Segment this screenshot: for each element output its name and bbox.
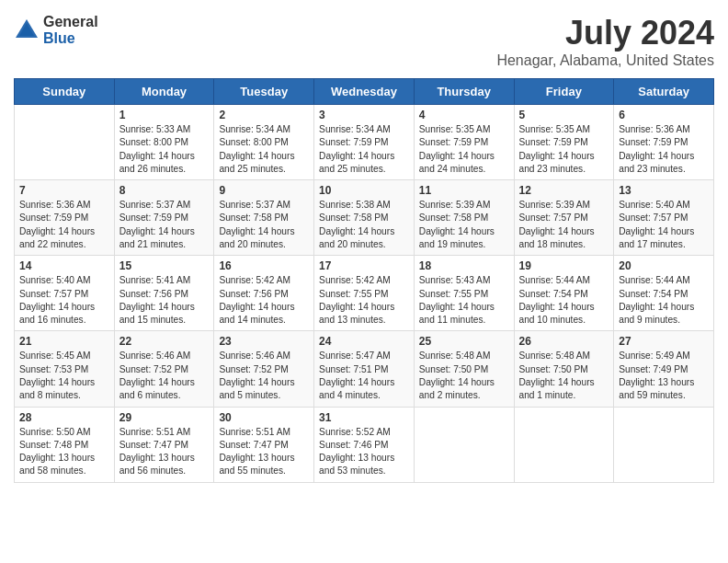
calendar-cell: 18Sunrise: 5:43 AMSunset: 7:55 PMDayligh… <box>414 256 514 331</box>
cell-content: Sunrise: 5:52 AMSunset: 7:46 PMDaylight:… <box>319 426 409 478</box>
day-number: 16 <box>219 259 309 272</box>
logo: General Blue <box>14 14 98 46</box>
calendar-cell: 8Sunrise: 5:37 AMSunset: 7:59 PMDaylight… <box>114 180 214 256</box>
day-number: 5 <box>519 109 609 121</box>
calendar-cell: 19Sunrise: 5:44 AMSunset: 7:54 PMDayligh… <box>514 256 614 331</box>
calendar-cell: 26Sunrise: 5:48 AMSunset: 7:50 PMDayligh… <box>514 331 614 407</box>
title-section: July 2024 Henagar, Alabama, United State… <box>496 14 714 69</box>
day-number: 22 <box>119 335 210 348</box>
column-header-wednesday: Wednesday <box>314 79 415 105</box>
cell-content: Sunrise: 5:42 AMSunset: 7:55 PMDaylight:… <box>319 274 409 327</box>
cell-content: Sunrise: 5:35 AMSunset: 7:59 PMDaylight:… <box>519 123 609 176</box>
page-header: General Blue July 2024 Henagar, Alabama,… <box>14 14 714 69</box>
week-row-3: 14Sunrise: 5:40 AMSunset: 7:57 PMDayligh… <box>15 256 714 331</box>
cell-content: Sunrise: 5:50 AMSunset: 7:48 PMDaylight:… <box>19 426 109 478</box>
day-number: 25 <box>419 335 509 348</box>
column-header-monday: Monday <box>114 79 214 105</box>
day-number: 18 <box>419 259 509 272</box>
cell-content: Sunrise: 5:35 AMSunset: 7:59 PMDaylight:… <box>419 123 509 176</box>
calendar-cell: 28Sunrise: 5:50 AMSunset: 7:48 PMDayligh… <box>15 407 115 482</box>
cell-content: Sunrise: 5:46 AMSunset: 7:52 PMDaylight:… <box>219 350 309 402</box>
day-number: 11 <box>419 184 509 197</box>
day-number: 7 <box>19 184 109 197</box>
day-number: 17 <box>319 259 409 272</box>
cell-content: Sunrise: 5:40 AMSunset: 7:57 PMDaylight:… <box>19 274 109 327</box>
calendar-cell: 6Sunrise: 5:36 AMSunset: 7:59 PMDaylight… <box>614 105 714 180</box>
calendar-cell: 20Sunrise: 5:44 AMSunset: 7:54 PMDayligh… <box>614 256 714 331</box>
column-header-saturday: Saturday <box>614 79 714 105</box>
day-number: 29 <box>119 411 210 424</box>
cell-content: Sunrise: 5:51 AMSunset: 7:47 PMDaylight:… <box>219 426 309 478</box>
logo-icon <box>14 17 40 43</box>
calendar-cell: 10Sunrise: 5:38 AMSunset: 7:58 PMDayligh… <box>314 180 415 256</box>
day-number: 14 <box>19 259 109 272</box>
day-number: 20 <box>619 259 709 272</box>
calendar-cell: 14Sunrise: 5:40 AMSunset: 7:57 PMDayligh… <box>15 256 115 331</box>
calendar-cell: 24Sunrise: 5:47 AMSunset: 7:51 PMDayligh… <box>314 331 415 407</box>
calendar-cell: 30Sunrise: 5:51 AMSunset: 7:47 PMDayligh… <box>214 407 314 482</box>
day-number: 8 <box>119 184 210 197</box>
calendar-header: SundayMondayTuesdayWednesdayThursdayFrid… <box>15 79 714 105</box>
cell-content: Sunrise: 5:36 AMSunset: 7:59 PMDaylight:… <box>619 123 709 176</box>
cell-content: Sunrise: 5:47 AMSunset: 7:51 PMDaylight:… <box>319 350 409 402</box>
calendar-cell <box>614 407 714 482</box>
calendar-cell: 7Sunrise: 5:36 AMSunset: 7:59 PMDaylight… <box>15 180 115 256</box>
calendar-cell: 25Sunrise: 5:48 AMSunset: 7:50 PMDayligh… <box>414 331 514 407</box>
cell-content: Sunrise: 5:42 AMSunset: 7:56 PMDaylight:… <box>219 274 309 327</box>
day-number: 31 <box>319 411 409 424</box>
calendar-cell: 4Sunrise: 5:35 AMSunset: 7:59 PMDaylight… <box>414 105 514 180</box>
calendar-cell: 12Sunrise: 5:39 AMSunset: 7:57 PMDayligh… <box>514 180 614 256</box>
logo-general: General <box>43 14 98 30</box>
calendar-cell: 3Sunrise: 5:34 AMSunset: 7:59 PMDaylight… <box>314 105 415 180</box>
day-number: 21 <box>19 335 109 348</box>
cell-content: Sunrise: 5:38 AMSunset: 7:58 PMDaylight:… <box>319 199 409 251</box>
calendar-cell: 5Sunrise: 5:35 AMSunset: 7:59 PMDaylight… <box>514 105 614 180</box>
logo-blue: Blue <box>43 30 98 47</box>
calendar-cell: 11Sunrise: 5:39 AMSunset: 7:58 PMDayligh… <box>414 180 514 256</box>
calendar-cell: 2Sunrise: 5:34 AMSunset: 8:00 PMDaylight… <box>214 105 314 180</box>
calendar-cell: 22Sunrise: 5:46 AMSunset: 7:52 PMDayligh… <box>114 331 214 407</box>
day-number: 12 <box>519 184 609 197</box>
calendar-cell: 13Sunrise: 5:40 AMSunset: 7:57 PMDayligh… <box>614 180 714 256</box>
column-header-sunday: Sunday <box>15 79 115 105</box>
day-number: 27 <box>619 335 709 348</box>
day-number: 15 <box>119 259 210 272</box>
week-row-4: 21Sunrise: 5:45 AMSunset: 7:53 PMDayligh… <box>15 331 714 407</box>
day-number: 9 <box>219 184 309 197</box>
calendar-cell: 27Sunrise: 5:49 AMSunset: 7:49 PMDayligh… <box>614 331 714 407</box>
week-row-5: 28Sunrise: 5:50 AMSunset: 7:48 PMDayligh… <box>15 407 714 482</box>
cell-content: Sunrise: 5:41 AMSunset: 7:56 PMDaylight:… <box>119 274 210 327</box>
week-row-1: 1Sunrise: 5:33 AMSunset: 8:00 PMDaylight… <box>15 105 714 180</box>
day-number: 1 <box>119 109 210 121</box>
calendar-cell <box>15 105 115 180</box>
cell-content: Sunrise: 5:51 AMSunset: 7:47 PMDaylight:… <box>119 426 210 478</box>
cell-content: Sunrise: 5:34 AMSunset: 7:59 PMDaylight:… <box>319 123 409 176</box>
calendar-cell: 15Sunrise: 5:41 AMSunset: 7:56 PMDayligh… <box>114 256 214 331</box>
week-row-2: 7Sunrise: 5:36 AMSunset: 7:59 PMDaylight… <box>15 180 714 256</box>
calendar-cell: 16Sunrise: 5:42 AMSunset: 7:56 PMDayligh… <box>214 256 314 331</box>
day-number: 10 <box>319 184 409 197</box>
day-number: 30 <box>219 411 309 424</box>
cell-content: Sunrise: 5:48 AMSunset: 7:50 PMDaylight:… <box>419 350 509 402</box>
cell-content: Sunrise: 5:37 AMSunset: 7:58 PMDaylight:… <box>219 199 309 251</box>
header-row: SundayMondayTuesdayWednesdayThursdayFrid… <box>15 79 714 105</box>
day-number: 19 <box>519 259 609 272</box>
cell-content: Sunrise: 5:39 AMSunset: 7:57 PMDaylight:… <box>519 199 609 251</box>
calendar-cell: 23Sunrise: 5:46 AMSunset: 7:52 PMDayligh… <box>214 331 314 407</box>
location-subtitle: Henagar, Alabama, United States <box>496 52 714 69</box>
cell-content: Sunrise: 5:43 AMSunset: 7:55 PMDaylight:… <box>419 274 509 327</box>
calendar-cell: 21Sunrise: 5:45 AMSunset: 7:53 PMDayligh… <box>15 331 115 407</box>
cell-content: Sunrise: 5:34 AMSunset: 8:00 PMDaylight:… <box>219 123 309 176</box>
cell-content: Sunrise: 5:44 AMSunset: 7:54 PMDaylight:… <box>519 274 609 327</box>
column-header-thursday: Thursday <box>414 79 514 105</box>
calendar-body: 1Sunrise: 5:33 AMSunset: 8:00 PMDaylight… <box>15 105 714 483</box>
day-number: 3 <box>319 109 409 121</box>
day-number: 28 <box>19 411 109 424</box>
cell-content: Sunrise: 5:39 AMSunset: 7:58 PMDaylight:… <box>419 199 509 251</box>
day-number: 6 <box>619 109 709 121</box>
calendar-cell <box>514 407 614 482</box>
day-number: 26 <box>519 335 609 348</box>
month-year-title: July 2024 <box>496 14 714 52</box>
day-number: 23 <box>219 335 309 348</box>
logo-text: General Blue <box>43 14 98 46</box>
